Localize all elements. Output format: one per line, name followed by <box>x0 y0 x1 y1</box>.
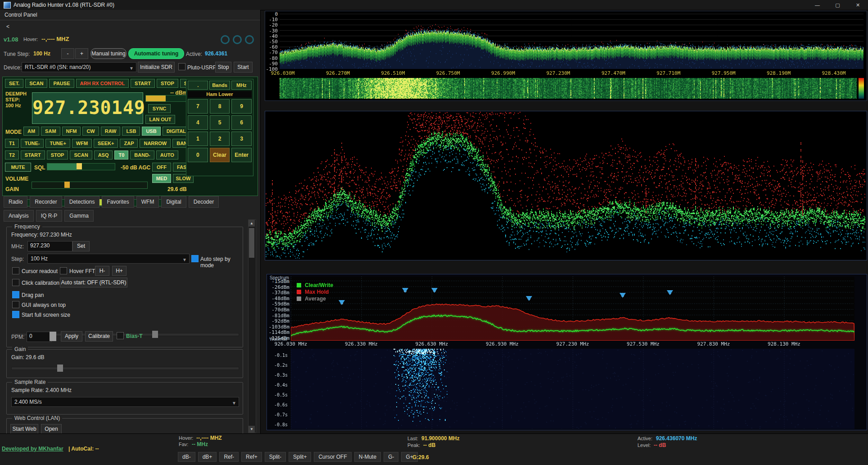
rx-button-start[interactable]: START <box>131 79 155 88</box>
mode-button-lsb[interactable]: LSB <box>122 127 140 136</box>
numpad-key-6[interactable]: 6 <box>231 115 252 130</box>
bias-t-checkbox[interactable] <box>117 332 124 339</box>
lan-out-button[interactable]: LAN OUT <box>145 115 175 124</box>
maximize-button[interactable]: ▢ <box>827 0 848 10</box>
tab-wfm[interactable]: WFM <box>136 196 159 208</box>
start-button[interactable]: Start <box>234 62 253 73</box>
marker-4[interactable]: 4 <box>526 296 532 307</box>
tab-favorites[interactable]: Favorites <box>102 196 134 208</box>
t2-button-band-[interactable]: BAND- <box>130 150 154 160</box>
numpad-key-0[interactable]: 0 <box>188 148 208 162</box>
tab-recorder[interactable]: Recorder <box>30 196 62 208</box>
credit-link[interactable]: Developed by MKhanfar <box>2 446 63 452</box>
numpad-button--[interactable]: . <box>188 81 208 90</box>
ppm-input[interactable]: 0 <box>27 332 52 342</box>
scroll-down-icon[interactable]: ▼ <box>249 426 255 433</box>
calibrate-button[interactable]: Calibrate <box>85 331 113 342</box>
collapse-button[interactable]: < <box>6 23 9 30</box>
mode-button-am[interactable]: AM <box>23 127 39 136</box>
numpad-key-3[interactable]: 3 <box>231 132 252 146</box>
marker-5[interactable]: 5 <box>619 293 626 304</box>
mhz-input[interactable]: 927.230 <box>27 241 72 251</box>
frequency-display[interactable]: 927.230149 <box>32 92 143 124</box>
footer-button-n-mute[interactable]: N-Mute <box>354 452 381 462</box>
stop-button[interactable]: Stop <box>215 62 231 73</box>
analyzer-waterfall-canvas[interactable] <box>291 349 854 429</box>
mode-button-sam[interactable]: SAM <box>41 127 60 136</box>
click-calibration-checkbox[interactable] <box>12 279 19 286</box>
gain-slider[interactable] <box>11 367 239 370</box>
marker-6[interactable]: 6 <box>667 290 673 301</box>
rx-button-scan[interactable]: SCAN <box>25 79 47 88</box>
tab-iq-r-p[interactable]: IQ R-P <box>36 210 63 222</box>
footer-button-cursor-off[interactable]: Cursor OFF <box>314 452 351 462</box>
sample-rate-select[interactable]: 2.400 MS/s ▼ <box>11 397 239 407</box>
marker-1[interactable]: 1 <box>339 300 345 311</box>
analyzer-canvas[interactable] <box>291 277 854 341</box>
numpad-key-8[interactable]: 8 <box>210 99 230 114</box>
drag-pan-checkbox[interactable] <box>12 291 19 298</box>
t2-button-asq[interactable]: ASQ <box>94 150 113 160</box>
pluto-usrp-checkbox[interactable] <box>178 63 185 70</box>
t1-button-seek-[interactable]: SEEK+ <box>94 139 118 148</box>
footer-button-ref-[interactable]: Ref+ <box>241 452 262 462</box>
t2-button-stop[interactable]: STOP <box>47 150 68 160</box>
tab-gamma[interactable]: Gamma <box>64 210 94 222</box>
volume-med-button[interactable]: MED <box>152 174 171 183</box>
auto-start-button[interactable]: Auto start: OFF (RTL-SDR) <box>60 278 127 287</box>
rx-button-set-[interactable]: SET. <box>5 79 23 88</box>
mode-button-cw[interactable]: CW <box>82 127 99 136</box>
footer-button-split-[interactable]: Split- <box>265 452 286 462</box>
numpad-key-9[interactable]: 9 <box>231 99 252 114</box>
rx-button-arh-rx-control[interactable]: ARH RX CONTROL <box>76 79 129 88</box>
ppm-spinner[interactable] <box>50 332 56 341</box>
automatic-tuning-button[interactable]: Automatic tuning <box>128 48 184 59</box>
t2-button-auto[interactable]: AUTO <box>156 150 178 160</box>
hover-fft-checkbox[interactable] <box>60 267 67 274</box>
numpad-key-1[interactable]: 1 <box>188 132 208 146</box>
cursor-readout-checkbox[interactable] <box>12 267 19 274</box>
tab-detections[interactable]: Detections <box>64 196 100 208</box>
open-button[interactable]: Open <box>41 424 62 434</box>
volume-handle[interactable] <box>64 182 70 188</box>
numpad-key-2[interactable]: 2 <box>210 132 230 146</box>
mode-button-usb[interactable]: USB <box>142 127 160 136</box>
full-screen-checkbox[interactable] <box>12 311 19 318</box>
footer-button-ref-[interactable]: Ref- <box>219 452 239 462</box>
marker-3[interactable]: 3 <box>431 288 438 299</box>
squelch-slider[interactable] <box>47 163 115 170</box>
set-button[interactable]: Set <box>72 241 90 251</box>
numpad-button-mhz[interactable]: MHz <box>231 81 252 90</box>
tune-step-plus-button[interactable]: + <box>75 48 88 59</box>
fft-spectrum-canvas[interactable] <box>280 11 863 69</box>
sync-button[interactable]: SYNC <box>148 104 171 113</box>
tab-digital[interactable]: Digital <box>161 196 186 208</box>
device-select[interactable]: RTL-SDR #0 (SN: nano/20) ▼ <box>22 62 136 72</box>
numpad-key-clear[interactable]: Clear <box>210 148 230 162</box>
t1-button-wfm[interactable]: WFM <box>72 139 92 148</box>
t2-button-scan[interactable]: SCAN <box>70 150 92 160</box>
panel-scrollbar[interactable]: ▲ ▼ <box>248 219 256 433</box>
squelch-handle[interactable] <box>77 163 82 169</box>
scrollbar-thumb[interactable] <box>249 228 254 258</box>
marker-2[interactable]: 2 <box>402 288 408 299</box>
gui-on-top-checkbox[interactable] <box>12 301 19 308</box>
apply-button[interactable]: Apply <box>61 331 82 342</box>
footer-button-split-[interactable]: Split+ <box>289 452 311 462</box>
mode-button-nfm[interactable]: NFM <box>62 127 81 136</box>
numpad-key-7[interactable]: 7 <box>188 99 208 114</box>
tab-analysis[interactable]: Analysis <box>4 210 34 222</box>
minimize-button[interactable]: — <box>807 0 827 10</box>
rx-button-stop[interactable]: STOP <box>157 79 178 88</box>
numpad-button-bands[interactable]: Bands <box>209 81 230 90</box>
t2-button-start[interactable]: START <box>21 150 45 160</box>
initialize-sdr-button[interactable]: Initialize SDR <box>138 62 175 73</box>
t1-button-tune-[interactable]: TUNE+ <box>45 139 70 148</box>
numpad-key-5[interactable]: 5 <box>210 115 230 130</box>
t2-button-t2[interactable]: T2 <box>5 150 19 160</box>
t1-button-tune-[interactable]: TUNE- <box>21 139 44 148</box>
volume-slider[interactable] <box>32 182 148 189</box>
numpad-key-4[interactable]: 4 <box>188 115 208 130</box>
rx-button-pause[interactable]: PAUSE <box>49 79 74 88</box>
gain-slider-handle[interactable] <box>57 365 63 372</box>
